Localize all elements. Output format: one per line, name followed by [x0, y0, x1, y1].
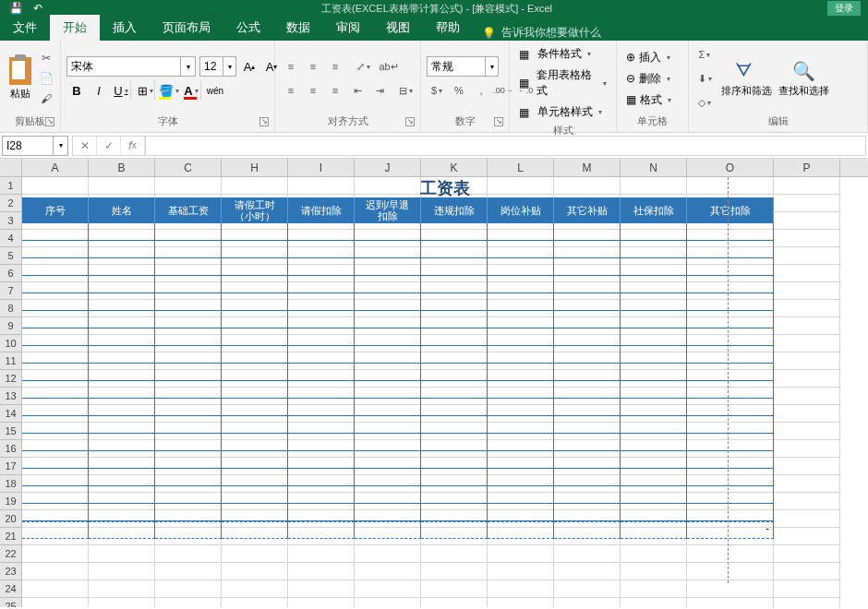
- grid-cell[interactable]: [774, 370, 840, 388]
- grid-cell[interactable]: [774, 440, 840, 458]
- column-header[interactable]: C: [155, 159, 222, 176]
- table-cell[interactable]: [488, 346, 554, 364]
- table-cell[interactable]: [621, 399, 687, 416]
- fill-button[interactable]: ⬇▾: [694, 68, 715, 89]
- table-cell[interactable]: [554, 381, 621, 399]
- table-cell[interactable]: [288, 451, 355, 469]
- table-cell[interactable]: [421, 504, 488, 521]
- table-cell[interactable]: [554, 346, 621, 364]
- grid-cell[interactable]: [774, 405, 840, 423]
- grid-cell[interactable]: [554, 598, 621, 607]
- column-header[interactable]: P: [774, 159, 840, 176]
- table-cell[interactable]: [222, 364, 288, 381]
- table-cell[interactable]: [222, 328, 288, 346]
- table-cell[interactable]: [155, 504, 222, 521]
- table-cell[interactable]: [554, 311, 621, 328]
- grid-cell[interactable]: [774, 545, 840, 563]
- row-header[interactable]: 20: [0, 510, 22, 528]
- table-cell[interactable]: [355, 311, 421, 328]
- table-cell[interactable]: [288, 328, 355, 346]
- table-cell[interactable]: [488, 416, 554, 434]
- table-cell[interactable]: [488, 521, 554, 539]
- table-cell[interactable]: [621, 416, 687, 434]
- table-cell[interactable]: [22, 293, 89, 311]
- row-header[interactable]: 5: [0, 247, 22, 265]
- autosum-button[interactable]: Σ▾: [694, 44, 715, 65]
- table-cell[interactable]: [89, 328, 155, 346]
- number-dialog-launcher[interactable]: ↘: [494, 117, 503, 126]
- grid-cell[interactable]: [774, 598, 840, 607]
- grid-cell[interactable]: [774, 265, 840, 282]
- table-cell[interactable]: [421, 486, 488, 504]
- table-cell[interactable]: [488, 399, 554, 416]
- table-cell[interactable]: [89, 451, 155, 469]
- table-cell[interactable]: [222, 486, 288, 504]
- table-cell[interactable]: [687, 293, 774, 311]
- grid-cell[interactable]: [774, 458, 840, 475]
- chevron-down-icon[interactable]: ▾: [53, 137, 67, 155]
- table-cell[interactable]: [288, 346, 355, 364]
- grid-cell[interactable]: [89, 563, 155, 580]
- align-middle-button[interactable]: ≡: [303, 56, 323, 77]
- table-cell[interactable]: [488, 258, 554, 276]
- grid-cell[interactable]: [421, 563, 488, 580]
- align-right-button[interactable]: ≡: [325, 80, 345, 101]
- paste-button[interactable]: 粘贴: [6, 53, 34, 104]
- align-left-button[interactable]: ≡: [281, 80, 301, 101]
- table-cell[interactable]: [155, 346, 222, 364]
- grid-cell[interactable]: [355, 580, 421, 598]
- table-cell[interactable]: [22, 399, 89, 416]
- decrease-indent-button[interactable]: ⇤: [347, 80, 368, 101]
- table-cell[interactable]: [155, 451, 222, 469]
- table-cell[interactable]: [222, 469, 288, 486]
- table-cell[interactable]: [89, 434, 155, 451]
- table-cell[interactable]: [687, 399, 774, 416]
- table-cell[interactable]: [554, 241, 621, 258]
- table-cell[interactable]: [22, 241, 89, 258]
- bold-button[interactable]: B: [66, 80, 87, 101]
- grid-cell[interactable]: [155, 580, 222, 598]
- table-cell[interactable]: [22, 486, 89, 504]
- clipboard-dialog-launcher[interactable]: ↘: [45, 117, 54, 126]
- grid-cell[interactable]: [488, 598, 554, 607]
- fill-color-button[interactable]: 🪣▾: [159, 80, 179, 101]
- table-cell[interactable]: [554, 258, 621, 276]
- table-cell[interactable]: [621, 504, 687, 521]
- row-header[interactable]: 22: [0, 545, 22, 563]
- table-cell[interactable]: [488, 504, 554, 521]
- table-cell[interactable]: [488, 364, 554, 381]
- table-cell[interactable]: [621, 276, 687, 293]
- table-cell[interactable]: [554, 521, 621, 539]
- align-top-button[interactable]: ≡: [281, 56, 301, 77]
- table-cell[interactable]: [554, 293, 621, 311]
- table-cell[interactable]: [355, 416, 421, 434]
- tab-data[interactable]: 数据: [273, 15, 323, 41]
- table-cell[interactable]: [554, 328, 621, 346]
- format-as-table-button[interactable]: ▦套用表格格式▾: [515, 66, 610, 101]
- underline-button[interactable]: U▾: [111, 80, 131, 101]
- table-cell[interactable]: [155, 276, 222, 293]
- table-cell[interactable]: [421, 328, 488, 346]
- grid-cell[interactable]: [22, 563, 89, 580]
- grid-cell[interactable]: [89, 580, 155, 598]
- table-cell[interactable]: [222, 451, 288, 469]
- clear-button[interactable]: ◇▾: [694, 92, 715, 113]
- table-cell[interactable]: [222, 276, 288, 293]
- grid-cell[interactable]: [222, 545, 288, 563]
- grid-cell[interactable]: [288, 580, 355, 598]
- table-cell[interactable]: [222, 521, 288, 539]
- table-cell[interactable]: [222, 293, 288, 311]
- font-name-combo[interactable]: 宋体 ▾: [66, 56, 196, 77]
- table-cell[interactable]: [155, 486, 222, 504]
- table-cell[interactable]: [89, 416, 155, 434]
- table-cell[interactable]: [488, 311, 554, 328]
- table-cell[interactable]: [421, 223, 488, 241]
- table-cell[interactable]: [22, 469, 89, 486]
- table-cell[interactable]: [554, 416, 621, 434]
- table-cell[interactable]: [22, 521, 89, 539]
- table-cell[interactable]: [155, 469, 222, 486]
- table-cell[interactable]: [89, 399, 155, 416]
- table-cell[interactable]: [687, 504, 774, 521]
- grid-cell[interactable]: [621, 545, 687, 563]
- table-cell[interactable]: [421, 241, 488, 258]
